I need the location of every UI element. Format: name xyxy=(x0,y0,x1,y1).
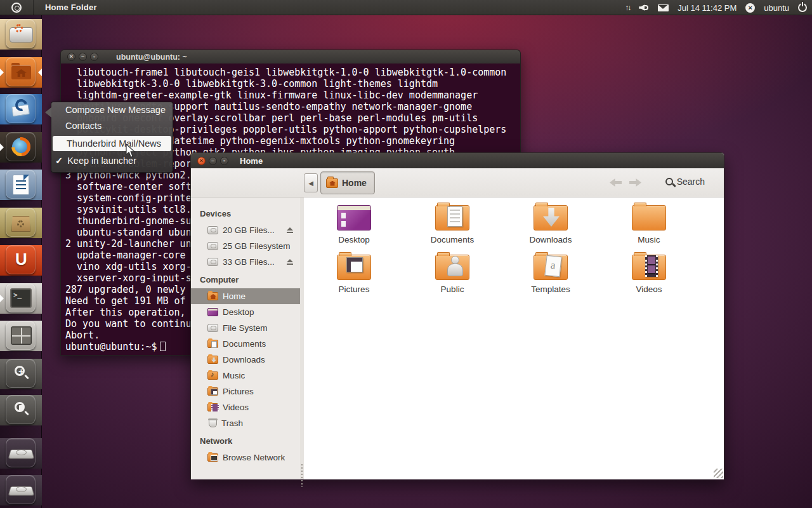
search-icon xyxy=(665,178,673,185)
launcher-item-thunderbird[interactable] xyxy=(0,94,42,124)
menu-item[interactable]: Compose New Message xyxy=(51,102,173,118)
app-icon xyxy=(6,57,36,86)
active-window-title: Home Folder xyxy=(45,3,97,12)
ubuntu-logo-icon[interactable] xyxy=(11,3,22,13)
folder-item[interactable]: Music xyxy=(608,203,690,248)
sidebar-place-row[interactable]: Music xyxy=(191,368,300,384)
user-switcher-icon[interactable]: × xyxy=(745,3,755,13)
power-icon[interactable] xyxy=(798,3,807,12)
search-button[interactable]: Search xyxy=(665,177,705,187)
terminal-titlebar[interactable]: × – ▫ ubuntu@ubuntu: ~ xyxy=(60,50,521,64)
folder-item-label: Pictures xyxy=(313,284,395,294)
sidebar-network-row[interactable]: Browse Network xyxy=(191,450,300,465)
maximize-icon[interactable]: ▫ xyxy=(90,53,98,61)
folder-item[interactable]: Templates xyxy=(509,252,592,298)
window-title: Home xyxy=(240,156,263,166)
volume-icon[interactable] xyxy=(639,4,649,11)
eject-icon[interactable] xyxy=(286,227,294,234)
sidebar-place-row[interactable]: Trash xyxy=(191,415,300,431)
folder-contents[interactable]: Desktop Documents Downloads xyxy=(304,197,724,479)
app-icon: U xyxy=(6,245,36,274)
folder-item[interactable]: Public xyxy=(411,252,494,298)
launcher-item-firefox[interactable] xyxy=(0,132,42,163)
mail-icon[interactable] xyxy=(658,4,669,11)
launcher-item-install-ubuntu[interactable] xyxy=(0,19,42,50)
sidebar-place-row[interactable]: Desktop xyxy=(191,304,300,320)
network-icon[interactable]: ↑↓ xyxy=(625,3,630,12)
sidebar-place-row[interactable]: Pictures xyxy=(191,384,300,399)
launcher-item-libreoffice-writer[interactable] xyxy=(0,170,42,200)
terminal-line: libwebkitgtk-3.0-0 libwebkitgtk-3.0-comm… xyxy=(65,78,520,90)
menu-item[interactable]: Thunderbird Mail/News xyxy=(53,136,171,151)
sidebar-place-row[interactable]: Downloads xyxy=(191,352,300,368)
terminal-line: libutouch-frame1 libutouch-geis1 libwebk… xyxy=(65,67,520,78)
place-icon xyxy=(207,356,218,364)
place-icon xyxy=(207,371,218,380)
minimize-icon[interactable]: – xyxy=(209,157,217,165)
folder-item-icon xyxy=(533,252,568,281)
terminal-line: lightdm-greeter-example-gtk linux-firmwa… xyxy=(65,90,520,101)
launcher-item-home-folder[interactable] xyxy=(0,57,42,88)
place-icon xyxy=(207,340,218,348)
menu-item[interactable]: Keep in launcher xyxy=(51,153,173,169)
sidebar-device-row[interactable]: 20 GB Files... xyxy=(191,222,300,238)
clock-indicator[interactable]: Jul 14 11:42 PM xyxy=(678,3,737,13)
launcher-item-terminal[interactable]: >_ xyxy=(0,283,42,314)
sidebar-place-row[interactable]: Documents xyxy=(191,336,300,352)
session-menu[interactable]: ubuntu xyxy=(764,3,789,13)
launcher-item-disk-drive-2[interactable] xyxy=(0,475,42,505)
unity-launcher: U >_ xyxy=(0,15,42,508)
search-label: Search xyxy=(677,177,705,187)
maximize-icon[interactable]: ▫ xyxy=(220,157,228,165)
folder-item-icon xyxy=(435,203,470,232)
folder-item-label: Desktop xyxy=(313,235,395,244)
folder-item-icon xyxy=(336,252,372,281)
launcher-item-software-center[interactable] xyxy=(0,208,42,238)
menu-item[interactable]: Contacts xyxy=(51,118,173,134)
folder-item[interactable]: Videos xyxy=(608,252,690,298)
close-icon[interactable]: × xyxy=(197,157,206,165)
breadcrumb[interactable]: Home xyxy=(320,171,375,194)
minimize-icon[interactable]: – xyxy=(79,53,87,61)
folder-item-label: Music xyxy=(608,235,690,244)
folder-item-label: Public xyxy=(411,284,494,294)
place-icon xyxy=(207,403,218,411)
file-manager-titlebar[interactable]: × – ▫ Home xyxy=(191,153,724,168)
folder-item[interactable]: Documents xyxy=(411,203,494,248)
folder-item[interactable]: Desktop xyxy=(313,203,395,248)
disk-icon xyxy=(207,226,218,234)
launcher-item-ubuntu-one[interactable]: U xyxy=(0,245,42,276)
collapse-pane-icon[interactable]: ◀ xyxy=(304,173,318,192)
folder-item-label: Videos xyxy=(608,284,690,294)
eject-icon[interactable] xyxy=(286,259,294,265)
app-icon xyxy=(6,395,36,424)
resize-grip[interactable] xyxy=(714,469,723,478)
back-icon[interactable] xyxy=(610,178,622,187)
file-manager-window: × – ▫ Home ◀ Home Search Devices xyxy=(190,152,724,479)
sidebar-device-row[interactable]: 33 GB Files... xyxy=(191,254,300,270)
folder-item-label: Documents xyxy=(411,235,494,244)
folder-item-icon xyxy=(631,252,667,281)
sidebar-place-row[interactable]: Home xyxy=(191,288,300,304)
app-icon: >_ xyxy=(6,283,36,312)
launcher-item-disk-drive-1[interactable] xyxy=(0,438,42,469)
close-icon[interactable]: × xyxy=(67,53,75,61)
launcher-item-workspace-switcher[interactable] xyxy=(0,321,42,351)
folder-item[interactable]: Downloads xyxy=(509,203,592,248)
sidebar-device-row[interactable]: 25 GB Filesystem xyxy=(191,238,300,254)
disk-icon xyxy=(207,242,218,250)
forward-icon[interactable] xyxy=(629,178,641,187)
sidebar-place-row[interactable]: File System xyxy=(191,320,300,336)
launcher-item-files-lens[interactable] xyxy=(0,395,42,425)
panel-separator xyxy=(33,0,34,15)
indicator-tray: ↑↓ Jul 14 11:42 PM × ubuntu xyxy=(625,0,807,15)
top-panel: Home Folder ↑↓ Jul 14 11:42 PM × ubuntu xyxy=(0,0,812,15)
app-icon xyxy=(6,132,36,161)
sidebar-place-row[interactable]: Videos xyxy=(191,399,300,415)
pane-handle-icon xyxy=(301,464,303,487)
folder-item[interactable]: Pictures xyxy=(313,252,395,298)
launcher-item-zoom-lens[interactable] xyxy=(0,359,42,389)
folder-item-icon xyxy=(435,252,470,281)
folder-item-icon xyxy=(631,203,667,232)
app-icon xyxy=(6,170,36,199)
